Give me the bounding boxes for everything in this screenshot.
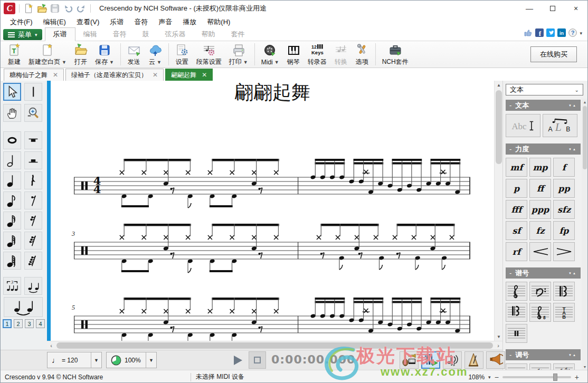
- ribbon-tab-5[interactable]: 帮助: [194, 28, 223, 41]
- minimize-button[interactable]: —: [518, 1, 541, 16]
- panel-scroll-thumb[interactable]: [583, 106, 587, 169]
- document-tab-0[interactable]: 糖梅仙子之舞✕: [4, 69, 64, 81]
- toolbar-button-newblank[interactable]: ★新建空白页▼: [25, 42, 70, 67]
- close-tab-icon[interactable]: ✕: [202, 71, 207, 79]
- voice-button-4[interactable]: 4: [36, 319, 45, 328]
- toolbar-button-print[interactable]: 打印▼: [225, 42, 252, 67]
- sort-arrows-icon[interactable]: ▼▲: [568, 272, 577, 275]
- new-file-icon[interactable]: ★: [23, 3, 34, 14]
- close-tab-icon[interactable]: ✕: [153, 71, 158, 79]
- tool-eighth-rest[interactable]: [24, 191, 42, 209]
- toolbar-button-send[interactable]: 发送: [124, 42, 145, 67]
- tempo-dropdown-icon[interactable]: ▼: [91, 352, 101, 368]
- ribbon-tab-4[interactable]: 弦乐器: [157, 28, 194, 41]
- toolbar-button-convert[interactable]: 转换: [330, 42, 352, 67]
- horizontal-scroll-thumb[interactable]: [56, 342, 493, 349]
- horn-button[interactable]: [486, 351, 505, 369]
- toolbar-button-transcriber[interactable]: 12Keys转录器: [304, 42, 330, 67]
- zoom-dropdown-icon[interactable]: ▾: [488, 375, 491, 380]
- tool-quarter-note[interactable]: [3, 171, 21, 189]
- dynamic-ff-button[interactable]: ff: [529, 179, 551, 198]
- buy-online-button[interactable]: 在线购买: [530, 46, 577, 62]
- linkedin-icon[interactable]: in: [557, 28, 566, 39]
- key-4-button[interactable]: ♯♯♯♯: [553, 363, 575, 370]
- lyrics-tool-button[interactable]: ALB: [543, 114, 577, 137]
- follow-playback-button[interactable]: [421, 351, 440, 369]
- note-sound-button[interactable]: [443, 351, 462, 369]
- redo-icon[interactable]: [76, 3, 87, 14]
- sort-arrows-icon[interactable]: ▼▲: [568, 148, 577, 151]
- score-canvas[interactable]: 翩翩起舞4435: [51, 81, 494, 341]
- sort-arrows-icon[interactable]: ▼▲: [568, 104, 577, 107]
- tool-eighth-note[interactable]: [3, 191, 21, 209]
- tool-sixtyfourth-note[interactable]: [3, 252, 21, 270]
- ribbon-tab-0[interactable]: 乐谱: [45, 27, 75, 41]
- dynamic-mf-button[interactable]: mf: [506, 158, 527, 177]
- zoom-value[interactable]: 108%: [468, 374, 485, 381]
- chevron-down-icon[interactable]: ▼: [274, 60, 279, 65]
- clef-perc-button[interactable]: [506, 324, 527, 343]
- dynamic-f-button[interactable]: f: [553, 158, 575, 177]
- tool-slur[interactable]: [24, 277, 42, 295]
- chevron-down-icon[interactable]: ▼: [109, 60, 114, 65]
- toolbar-button-midi[interactable]: Midi▼: [258, 42, 283, 67]
- close-button[interactable]: ×: [564, 1, 587, 16]
- dynamic-rf-button[interactable]: rf: [506, 242, 527, 261]
- tempo-control[interactable]: ♩ = 120 ▼: [47, 352, 102, 368]
- chevron-down-icon[interactable]: ▾: [580, 31, 582, 36]
- menu-item-5[interactable]: 声音: [153, 16, 177, 28]
- scroll-down-icon[interactable]: ▼: [495, 332, 503, 341]
- ribbon-tab-2[interactable]: 音符: [105, 28, 135, 41]
- zoom-slider[interactable]: [502, 376, 571, 378]
- dynamic-pp-button[interactable]: pp: [553, 179, 575, 198]
- tool-half-note[interactable]: [3, 151, 21, 169]
- panel-section-header-3[interactable]: -调号▼▲: [506, 349, 581, 360]
- dynamic-ppp-button[interactable]: ppp: [529, 200, 551, 219]
- menu-item-0[interactable]: 文件(F): [5, 16, 38, 28]
- ribbon-tab-6[interactable]: 套件: [223, 28, 253, 41]
- voice-button-2[interactable]: 2: [14, 319, 23, 328]
- panel-section-header-2[interactable]: -谱号▼▲: [506, 267, 581, 279]
- voice-button-3[interactable]: 3: [25, 319, 34, 328]
- open-file-icon[interactable]: [36, 3, 47, 14]
- key-0-button[interactable]: [506, 363, 527, 370]
- panel-selector-dropdown[interactable]: 文本 ⌄: [506, 84, 583, 95]
- chevron-down-icon[interactable]: ▼: [62, 60, 67, 65]
- save-file-icon[interactable]: [50, 3, 60, 14]
- dynamic-fff-button[interactable]: fff: [506, 200, 527, 219]
- clef-bass-button[interactable]: [529, 282, 551, 301]
- clef-treble8-button[interactable]: 8: [529, 303, 551, 322]
- undo-icon[interactable]: [63, 3, 73, 14]
- scroll-left-icon[interactable]: ‹: [47, 342, 55, 349]
- toolbar-button-save[interactable]: 保存▼: [91, 42, 118, 67]
- clef-alto-button[interactable]: [553, 282, 575, 301]
- tool-triplet[interactable]: 3: [3, 277, 21, 295]
- tool-barline[interactable]: [24, 83, 42, 101]
- toolbar-button-options[interactable]: 选项: [352, 42, 373, 67]
- toolbar-button-open[interactable]: 打开: [70, 42, 91, 67]
- like-icon[interactable]: [524, 28, 533, 39]
- tool-sixtyfourth-rest[interactable]: [24, 252, 42, 270]
- tool-thirtysecond-note[interactable]: [3, 232, 21, 250]
- tool-zoom[interactable]: [24, 104, 42, 122]
- vertical-scroll-thumb[interactable]: [496, 90, 502, 164]
- dynamic-fp-button[interactable]: fp: [553, 221, 575, 240]
- tool-thirtysecond-rest[interactable]: [24, 232, 42, 250]
- toolbar-button-cloud[interactable]: 云▼: [145, 42, 166, 67]
- text-tool-button[interactable]: Abc: [506, 114, 540, 137]
- main-menu-button[interactable]: 菜单 ▾: [3, 29, 42, 40]
- help-icon[interactable]: ?: [568, 28, 577, 39]
- dynamic-sf-button[interactable]: sf: [506, 221, 527, 240]
- toolbar-button-piano[interactable]: 钢琴: [283, 42, 304, 67]
- menu-item-2[interactable]: 查看(V): [71, 16, 105, 28]
- chevron-down-icon[interactable]: ▼: [243, 60, 248, 65]
- tool-sixteenth-note[interactable]: [3, 212, 21, 229]
- instruments-button[interactable]: [400, 351, 419, 369]
- dynamic-decrescendo-button[interactable]: [553, 242, 575, 261]
- tool-select[interactable]: [3, 83, 21, 101]
- toolbar-button-nchsuite[interactable]: NCH套件: [378, 42, 412, 67]
- vertical-scrollbar[interactable]: ▲ ▼: [494, 81, 502, 341]
- toolbar-button-settings[interactable]: 设置: [172, 42, 193, 67]
- zoom-out-icon[interactable]: −: [495, 373, 499, 381]
- tool-pan[interactable]: [3, 104, 21, 122]
